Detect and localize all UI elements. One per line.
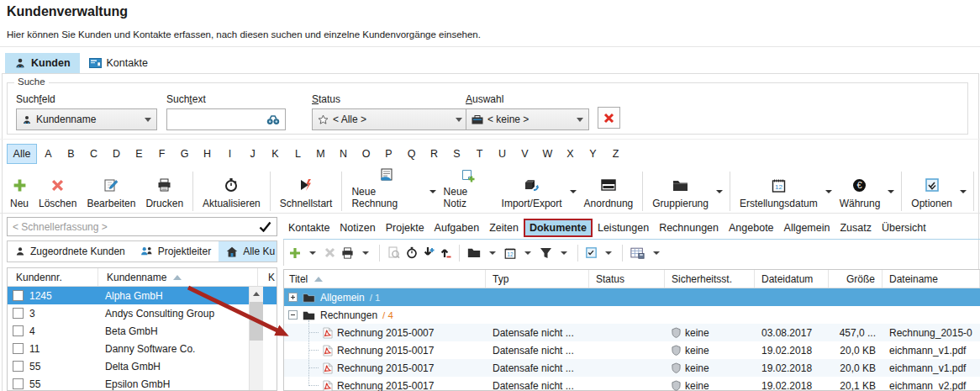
table-row[interactable]: 11 Danny Software Co. bbox=[8, 340, 277, 357]
alpha-filter-alle[interactable]: Alle bbox=[7, 144, 37, 164]
alpha-filter[interactable]: Q bbox=[400, 145, 423, 163]
refresh-button[interactable] bbox=[406, 246, 418, 259]
alpha-filter[interactable]: A bbox=[37, 145, 60, 163]
folder-group-row-allgemein[interactable]: Allgemein / 1 bbox=[284, 288, 980, 306]
tab-projektleiter[interactable]: Projektleiter bbox=[133, 241, 219, 262]
erstellungsdatum-button[interactable]: 12 Erstellungsdatum bbox=[735, 171, 823, 212]
tab-dokumente[interactable]: Dokumente bbox=[524, 219, 593, 237]
chevron-down-icon[interactable] bbox=[429, 190, 436, 193]
print-button[interactable] bbox=[341, 247, 354, 259]
alpha-filter[interactable]: R bbox=[423, 145, 445, 163]
alpha-filter[interactable]: Y bbox=[582, 145, 604, 163]
table-row[interactable]: 1245 Alpha GmbH bbox=[8, 287, 277, 304]
tab-rechnungen[interactable]: Rechnungen bbox=[654, 219, 724, 237]
alpha-filter[interactable]: F bbox=[150, 145, 173, 163]
tab-alle-kunden[interactable]: Alle Ku bbox=[219, 241, 277, 262]
column-header-titel[interactable]: Titel bbox=[284, 270, 486, 288]
status-dropdown[interactable]: < Alle > bbox=[312, 108, 468, 130]
alpha-filter[interactable]: C bbox=[82, 145, 105, 163]
checkin-button[interactable] bbox=[424, 246, 435, 259]
row-checkbox[interactable] bbox=[13, 308, 24, 319]
document-row[interactable]: Rechnung 2015-0017 Datensafe nicht ... k… bbox=[284, 341, 980, 359]
chevron-down-icon[interactable] bbox=[489, 251, 496, 255]
alpha-filter[interactable]: X bbox=[559, 145, 582, 163]
neue-rechnung-button[interactable]: Neue Rechnung bbox=[346, 171, 426, 212]
alpha-filter[interactable]: U bbox=[491, 145, 514, 163]
document-row[interactable]: Rechnung 2015-0007 Datensafe nicht ... k… bbox=[284, 324, 980, 341]
column-header-dateidatum[interactable]: Dateidatum bbox=[755, 270, 829, 288]
tab-kunden[interactable]: Kunden bbox=[5, 53, 80, 73]
alpha-filter[interactable]: W bbox=[536, 145, 559, 163]
chevron-down-icon[interactable] bbox=[362, 251, 369, 255]
schnellstart-button[interactable]: Schnellstart bbox=[275, 171, 338, 212]
document-row[interactable]: Rechnung 2015-0017 Datensafe nicht ... k… bbox=[284, 377, 980, 391]
row-checkbox[interactable] bbox=[13, 325, 24, 336]
alpha-filter[interactable]: H bbox=[196, 145, 219, 163]
options-checkbox-button[interactable] bbox=[586, 247, 597, 258]
column-header-kundenname[interactable]: Kundenname bbox=[98, 268, 258, 286]
chevron-down-icon[interactable] bbox=[653, 251, 660, 255]
chevron-down-icon[interactable] bbox=[570, 190, 577, 193]
gruppierung-button[interactable]: Gruppierung bbox=[647, 171, 714, 212]
neue-notiz-button[interactable]: Neue Notiz bbox=[439, 171, 497, 212]
row-checkbox[interactable] bbox=[13, 343, 24, 354]
waehrung-button[interactable]: € Währung bbox=[835, 171, 886, 212]
alpha-filter[interactable]: I bbox=[219, 145, 241, 163]
tab-allgemein[interactable]: Allgemein bbox=[779, 219, 835, 237]
alpha-filter[interactable]: G bbox=[173, 145, 196, 163]
column-header-groesse[interactable]: Größe bbox=[829, 270, 883, 288]
chevron-down-icon[interactable] bbox=[605, 251, 612, 255]
tab-uebersicht[interactable]: Übersicht bbox=[877, 219, 931, 237]
row-checkbox[interactable] bbox=[13, 290, 24, 301]
date-filter-button[interactable]: 12 bbox=[504, 247, 516, 259]
alpha-filter[interactable]: K bbox=[264, 145, 287, 163]
collapse-icon[interactable] bbox=[288, 310, 298, 320]
checkout-button[interactable] bbox=[440, 246, 451, 259]
alpha-filter[interactable]: J bbox=[241, 145, 264, 163]
column-header-typ[interactable]: Typ bbox=[486, 270, 589, 288]
aktualisieren-button[interactable]: Aktualisieren bbox=[198, 171, 266, 212]
alpha-filter[interactable]: P bbox=[377, 145, 400, 163]
table-row[interactable]: 4 Beta GmbH bbox=[8, 322, 277, 340]
document-row[interactable]: Rechnung 2015-0017 Datensafe nicht ... k… bbox=[284, 359, 980, 377]
tab-angebote[interactable]: Angebote bbox=[724, 219, 779, 237]
tab-kontakte[interactable]: Kontakte bbox=[80, 53, 157, 73]
tab-zusatz[interactable]: Zusatz bbox=[835, 219, 877, 237]
alpha-filter[interactable]: V bbox=[514, 145, 536, 163]
alpha-filter[interactable]: L bbox=[287, 145, 309, 163]
import-export-button[interactable]: Import/Export bbox=[497, 171, 567, 212]
chevron-down-icon[interactable] bbox=[309, 251, 316, 255]
tab-zugeordnete-kunden[interactable]: Zugeordnete Kunden bbox=[8, 241, 133, 262]
suchtext-input[interactable] bbox=[166, 108, 286, 130]
tab-aufgaben[interactable]: Aufgaben bbox=[429, 219, 485, 237]
column-header-kundennr[interactable]: Kundennr. bbox=[8, 268, 98, 286]
row-checkbox[interactable] bbox=[13, 361, 24, 372]
column-header-status[interactable]: Status bbox=[589, 270, 665, 288]
expand-icon[interactable] bbox=[288, 293, 298, 302]
table-row[interactable]: 55 Epsilon GmbH bbox=[8, 375, 277, 390]
chevron-down-icon[interactable] bbox=[716, 190, 723, 193]
chevron-down-icon[interactable] bbox=[960, 190, 967, 193]
alpha-filter[interactable]: O bbox=[355, 145, 377, 163]
grid-export-button[interactable] bbox=[630, 247, 645, 259]
bearbeiten-button[interactable]: Bearbeiten bbox=[82, 171, 140, 212]
column-header-sicherheitsst[interactable]: Sicherheitsst. bbox=[665, 270, 755, 288]
tab-notizen[interactable]: Notizen bbox=[335, 219, 380, 237]
alpha-filter[interactable]: Z bbox=[604, 145, 627, 163]
alpha-filter[interactable]: B bbox=[60, 145, 82, 163]
neu-button[interactable]: Neu bbox=[5, 171, 34, 212]
suchfeld-dropdown[interactable]: Kundenname bbox=[16, 108, 157, 130]
anordnung-button[interactable]: Anordnung bbox=[579, 171, 639, 212]
filter-button[interactable] bbox=[540, 247, 552, 259]
alpha-filter[interactable]: D bbox=[105, 145, 128, 163]
auswahl-dropdown[interactable]: < keine > bbox=[466, 108, 589, 130]
table-row[interactable]: 55 Delta GmbH bbox=[8, 357, 277, 375]
table-row[interactable]: 3 Andys Consulting Group bbox=[8, 304, 277, 322]
add-document-button[interactable] bbox=[289, 247, 301, 259]
alpha-filter[interactable]: S bbox=[445, 145, 468, 163]
drucken-button[interactable]: Drucken bbox=[140, 171, 188, 212]
chevron-down-icon[interactable] bbox=[524, 251, 531, 255]
column-header-dateiname[interactable]: Dateiname bbox=[883, 270, 980, 288]
chevron-down-icon[interactable] bbox=[825, 190, 832, 193]
chevron-down-icon[interactable] bbox=[561, 251, 567, 255]
